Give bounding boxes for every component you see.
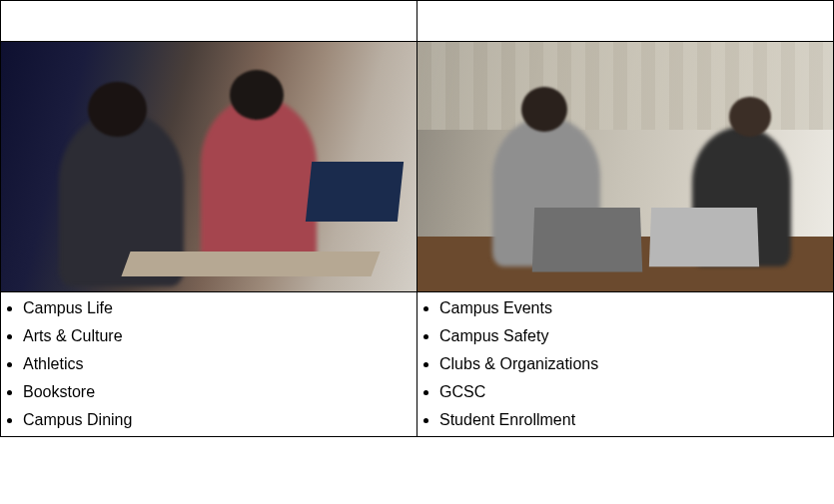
- list-item: Athletics: [23, 352, 417, 376]
- image-cell-right: [417, 42, 834, 292]
- list-item: Campus Events: [439, 296, 833, 320]
- list-item: Campus Life: [23, 296, 417, 320]
- list-cell-left: Campus Life Arts & Culture Athletics Boo…: [1, 292, 417, 437]
- image-cell-left: [1, 42, 417, 292]
- image-row: [1, 42, 834, 292]
- two-column-table: Campus Life Arts & Culture Athletics Boo…: [0, 0, 834, 437]
- header-cell-left: [1, 1, 417, 42]
- header-row: [1, 1, 834, 42]
- campus-photo-right: [417, 42, 833, 291]
- list-item: Arts & Culture: [23, 324, 417, 348]
- list-item: GCSC: [439, 380, 833, 404]
- list-item: Student Enrollment: [439, 408, 833, 432]
- list-item: Clubs & Organizations: [439, 352, 833, 376]
- left-list: Campus Life Arts & Culture Athletics Boo…: [1, 296, 417, 432]
- list-item: Bookstore: [23, 380, 417, 404]
- header-cell-right: [417, 1, 834, 42]
- list-item: Campus Dining: [23, 408, 417, 432]
- campus-photo-left: [1, 42, 417, 291]
- list-row: Campus Life Arts & Culture Athletics Boo…: [1, 292, 834, 437]
- list-cell-right: Campus Events Campus Safety Clubs & Orga…: [417, 292, 834, 437]
- list-item: Campus Safety: [439, 324, 833, 348]
- right-list: Campus Events Campus Safety Clubs & Orga…: [417, 296, 833, 432]
